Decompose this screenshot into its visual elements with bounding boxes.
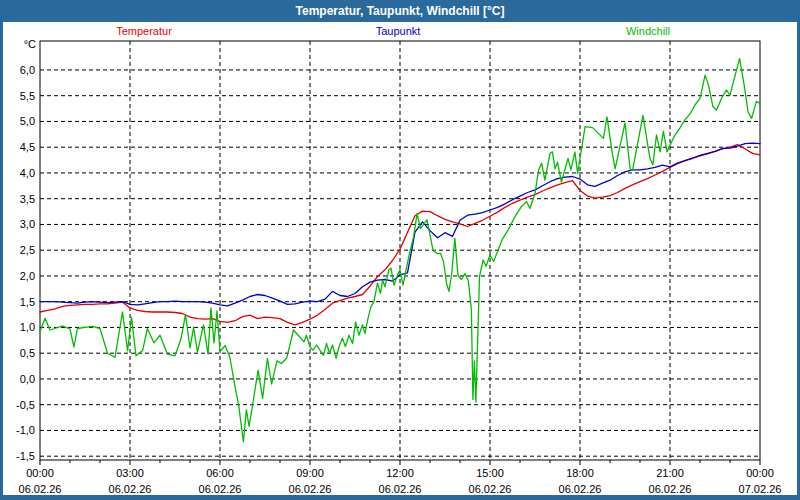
x-axis-ticks (40, 460, 760, 465)
x-tick-time-label: 12:00 (386, 467, 414, 479)
x-tick-time-label: 00:00 (746, 467, 774, 479)
chart-canvas: -1,5-1,0-0,50,00,51,01,52,02,53,03,54,04… (0, 0, 800, 500)
y-tick-label: -1,0 (16, 424, 35, 436)
y-tick-label: 2,0 (20, 270, 35, 282)
y-tick-label: -0,5 (16, 399, 35, 411)
y-tick-label: 1,5 (20, 296, 35, 308)
x-tick-date-label: 06.02.26 (289, 483, 332, 495)
legend-temperatur: Temperatur (116, 25, 172, 37)
x-tick-date-label: 07.02.26 (739, 483, 782, 495)
y-tick-label: 0,0 (20, 373, 35, 385)
y-tick-label: 5,0 (20, 115, 35, 127)
y-tick-label: -1,5 (16, 450, 35, 462)
x-tick-time-label: 06:00 (206, 467, 234, 479)
legend-taupunkt: Taupunkt (376, 25, 421, 37)
y-tick-label: 0,5 (20, 347, 35, 359)
x-tick-date-label: 06.02.26 (199, 483, 242, 495)
y-tick-label: 3,5 (20, 193, 35, 205)
x-tick-date-label: 06.02.26 (469, 483, 512, 495)
y-unit-label: °C (24, 38, 36, 50)
x-tick-date-label: 06.02.26 (649, 483, 692, 495)
app-window: Temperatur, Taupunkt, Windchill [°C] Tem… (0, 0, 800, 500)
x-tick-time-label: 21:00 (656, 467, 684, 479)
x-tick-time-label: 18:00 (566, 467, 594, 479)
y-tick-label: 2,5 (20, 244, 35, 256)
y-tick-label: 4,0 (20, 167, 35, 179)
y-tick-label: 6,0 (20, 64, 35, 76)
legend-windchill: Windchill (626, 25, 670, 37)
y-tick-label: 5,5 (20, 90, 35, 102)
x-tick-date-label: 06.02.26 (379, 483, 422, 495)
x-tick-date-label: 06.02.26 (109, 483, 152, 495)
y-tick-label: 4,5 (20, 141, 35, 153)
series-temperatur (40, 145, 760, 325)
y-tick-label: 1,0 (20, 321, 35, 333)
y-tick-label: 3,0 (20, 218, 35, 230)
x-tick-time-label: 00:00 (26, 467, 54, 479)
x-tick-time-label: 03:00 (116, 467, 144, 479)
x-tick-time-label: 15:00 (476, 467, 504, 479)
x-tick-date-label: 06.02.26 (19, 483, 62, 495)
x-tick-time-label: 09:00 (296, 467, 324, 479)
x-tick-date-label: 06.02.26 (559, 483, 602, 495)
